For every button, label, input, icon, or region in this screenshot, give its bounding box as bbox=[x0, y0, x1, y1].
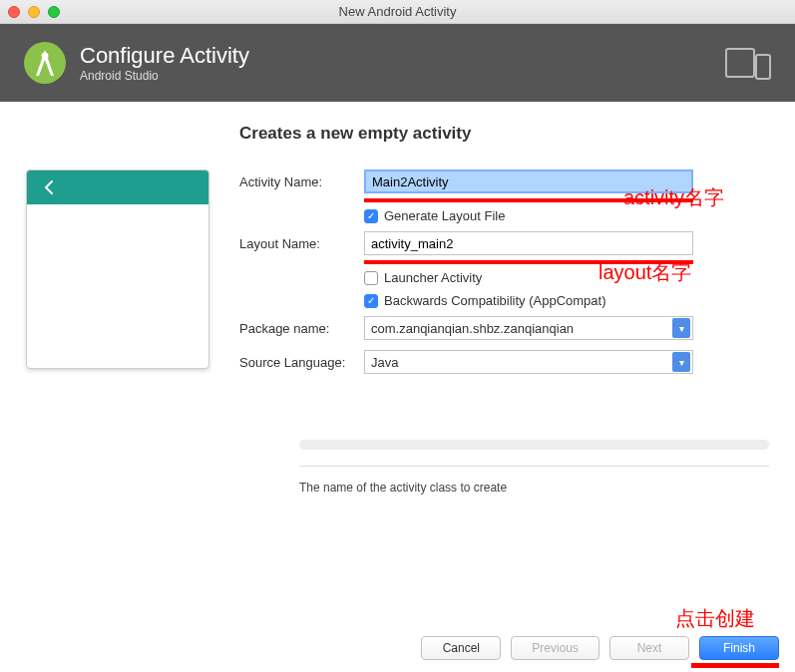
window-title: New Android Activity bbox=[0, 4, 795, 19]
activity-preview bbox=[26, 169, 209, 380]
wizard-header: Configure Activity Android Studio bbox=[0, 24, 795, 102]
annotation-activity: activity名字 bbox=[623, 184, 724, 211]
title-bar: New Android Activity bbox=[0, 0, 795, 24]
next-button[interactable]: Next bbox=[609, 636, 689, 660]
backwards-compat-label: Backwards Compatibility (AppCompat) bbox=[384, 293, 606, 308]
activity-name-label: Activity Name: bbox=[239, 174, 364, 189]
source-language-select[interactable]: Java ▾ bbox=[364, 350, 693, 374]
generate-layout-checkbox[interactable]: ✓ bbox=[364, 209, 378, 223]
launcher-activity-checkbox[interactable] bbox=[364, 271, 378, 285]
chevron-down-icon: ▾ bbox=[672, 318, 690, 338]
form-title: Creates a new empty activity bbox=[239, 124, 769, 144]
annotation-underline bbox=[691, 663, 779, 668]
device-preview-icon bbox=[725, 46, 771, 80]
cancel-button[interactable]: Cancel bbox=[421, 636, 501, 660]
package-name-label: Package name: bbox=[239, 321, 364, 336]
source-language-value: Java bbox=[371, 355, 398, 370]
chevron-down-icon: ▾ bbox=[672, 352, 690, 372]
generate-layout-label: Generate Layout File bbox=[384, 208, 505, 223]
help-text: The name of the activity class to create bbox=[299, 466, 769, 495]
previous-button[interactable]: Previous bbox=[511, 636, 599, 660]
annotation-layout: layout名字 bbox=[598, 259, 691, 286]
finish-button[interactable]: Finish bbox=[699, 636, 779, 660]
layout-name-label: Layout Name: bbox=[239, 236, 364, 251]
back-arrow-icon bbox=[41, 178, 59, 196]
package-name-select[interactable]: com.zanqianqian.shbz.zanqianqian ▾ bbox=[364, 316, 693, 340]
launcher-activity-label: Launcher Activity bbox=[384, 270, 482, 285]
svg-point-1 bbox=[42, 53, 49, 60]
android-studio-logo-icon bbox=[24, 42, 66, 84]
svg-point-0 bbox=[24, 42, 66, 84]
backwards-compat-checkbox[interactable]: ✓ bbox=[364, 294, 378, 308]
source-language-label: Source Language: bbox=[239, 355, 364, 370]
header-title: Configure Activity bbox=[80, 43, 249, 69]
annotation-finish: 点击创建 bbox=[675, 605, 755, 632]
svg-rect-2 bbox=[726, 49, 754, 77]
package-name-value: com.zanqianqian.shbz.zanqianqian bbox=[371, 321, 574, 336]
horizontal-scrollbar[interactable] bbox=[299, 440, 769, 450]
svg-rect-3 bbox=[756, 55, 770, 79]
layout-name-input[interactable] bbox=[364, 231, 693, 255]
header-subtitle: Android Studio bbox=[80, 69, 249, 83]
